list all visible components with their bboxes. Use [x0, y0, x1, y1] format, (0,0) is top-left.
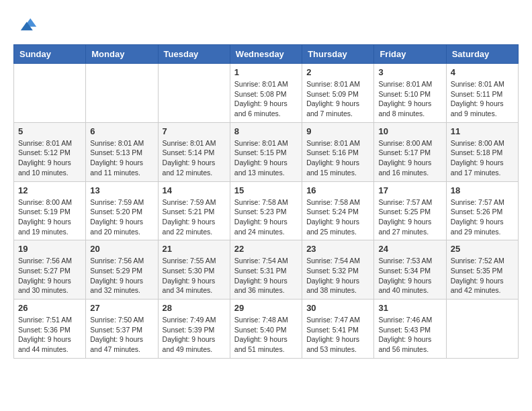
calendar-week-row: 19Sunrise: 7:56 AM Sunset: 5:27 PM Dayli… — [14, 240, 519, 300]
day-number: 17 — [378, 185, 441, 195]
logo — [13, 13, 42, 38]
calendar-cell: 19Sunrise: 7:56 AM Sunset: 5:27 PM Dayli… — [14, 240, 86, 300]
day-header-sunday: Sunday — [14, 45, 86, 64]
calendar-week-row: 1Sunrise: 8:01 AM Sunset: 5:08 PM Daylig… — [14, 64, 519, 123]
calendar-cell: 3Sunrise: 8:01 AM Sunset: 5:10 PM Daylig… — [374, 64, 446, 123]
day-number: 1 — [234, 67, 298, 77]
calendar-cell: 27Sunrise: 7:50 AM Sunset: 5:37 PM Dayli… — [86, 300, 158, 359]
calendar-cell: 4Sunrise: 8:01 AM Sunset: 5:11 PM Daylig… — [446, 64, 518, 123]
calendar-cell: 18Sunrise: 7:57 AM Sunset: 5:26 PM Dayli… — [446, 181, 518, 240]
calendar-week-row: 12Sunrise: 8:00 AM Sunset: 5:19 PM Dayli… — [14, 181, 519, 240]
calendar-cell: 13Sunrise: 7:59 AM Sunset: 5:20 PM Dayli… — [86, 181, 158, 240]
day-number: 21 — [163, 244, 226, 254]
calendar-cell: 12Sunrise: 8:00 AM Sunset: 5:19 PM Dayli… — [14, 181, 86, 240]
day-info: Sunrise: 7:58 AM Sunset: 5:24 PM Dayligh… — [306, 197, 369, 237]
calendar-cell: 6Sunrise: 8:01 AM Sunset: 5:13 PM Daylig… — [86, 122, 158, 181]
day-header-thursday: Thursday — [302, 45, 374, 64]
day-info: Sunrise: 8:01 AM Sunset: 5:12 PM Dayligh… — [18, 138, 81, 178]
day-number: 18 — [451, 185, 514, 195]
day-number: 13 — [90, 185, 153, 195]
day-info: Sunrise: 8:01 AM Sunset: 5:10 PM Dayligh… — [378, 79, 441, 119]
day-info: Sunrise: 8:01 AM Sunset: 5:13 PM Dayligh… — [90, 138, 153, 178]
calendar-cell: 5Sunrise: 8:01 AM Sunset: 5:12 PM Daylig… — [14, 122, 86, 181]
day-number: 9 — [306, 126, 369, 136]
day-number: 10 — [378, 126, 441, 136]
day-number: 4 — [451, 67, 514, 77]
day-number: 3 — [378, 67, 441, 77]
calendar-cell: 9Sunrise: 8:01 AM Sunset: 5:16 PM Daylig… — [302, 122, 374, 181]
day-number: 20 — [90, 244, 153, 254]
day-info: Sunrise: 7:48 AM Sunset: 5:40 PM Dayligh… — [234, 315, 298, 355]
day-info: Sunrise: 8:01 AM Sunset: 5:16 PM Dayligh… — [306, 138, 369, 178]
page-header — [13, 13, 519, 38]
day-header-tuesday: Tuesday — [158, 45, 230, 64]
calendar-week-row: 26Sunrise: 7:51 AM Sunset: 5:36 PM Dayli… — [14, 300, 519, 359]
day-info: Sunrise: 8:01 AM Sunset: 5:11 PM Dayligh… — [451, 79, 514, 119]
day-info: Sunrise: 7:56 AM Sunset: 5:27 PM Dayligh… — [18, 256, 81, 295]
calendar-cell: 21Sunrise: 7:55 AM Sunset: 5:30 PM Dayli… — [158, 240, 230, 300]
day-number: 27 — [90, 303, 153, 313]
day-number: 23 — [306, 244, 369, 254]
day-header-wednesday: Wednesday — [230, 45, 302, 64]
calendar-cell: 16Sunrise: 7:58 AM Sunset: 5:24 PM Dayli… — [302, 181, 374, 240]
day-info: Sunrise: 7:57 AM Sunset: 5:26 PM Dayligh… — [451, 197, 514, 237]
calendar-cell: 23Sunrise: 7:54 AM Sunset: 5:32 PM Dayli… — [302, 240, 374, 300]
calendar-cell: 25Sunrise: 7:52 AM Sunset: 5:35 PM Dayli… — [446, 240, 518, 300]
calendar-cell: 7Sunrise: 8:01 AM Sunset: 5:14 PM Daylig… — [158, 122, 230, 181]
day-info: Sunrise: 7:59 AM Sunset: 5:21 PM Dayligh… — [163, 197, 226, 237]
calendar-cell: 28Sunrise: 7:49 AM Sunset: 5:39 PM Dayli… — [158, 300, 230, 359]
calendar-cell: 1Sunrise: 8:01 AM Sunset: 5:08 PM Daylig… — [230, 64, 302, 123]
calendar-week-row: 5Sunrise: 8:01 AM Sunset: 5:12 PM Daylig… — [14, 122, 519, 181]
calendar-cell: 31Sunrise: 7:46 AM Sunset: 5:43 PM Dayli… — [374, 300, 446, 359]
day-info: Sunrise: 7:58 AM Sunset: 5:23 PM Dayligh… — [234, 197, 298, 237]
day-number: 8 — [234, 126, 298, 136]
day-info: Sunrise: 7:56 AM Sunset: 5:29 PM Dayligh… — [90, 256, 153, 295]
calendar-cell: 22Sunrise: 7:54 AM Sunset: 5:31 PM Dayli… — [230, 240, 302, 300]
day-number: 5 — [18, 126, 81, 136]
day-info: Sunrise: 8:01 AM Sunset: 5:08 PM Dayligh… — [234, 79, 298, 119]
calendar-cell — [86, 64, 158, 123]
day-number: 14 — [163, 185, 226, 195]
calendar-cell: 11Sunrise: 8:00 AM Sunset: 5:18 PM Dayli… — [446, 122, 518, 181]
calendar-cell: 15Sunrise: 7:58 AM Sunset: 5:23 PM Dayli… — [230, 181, 302, 240]
day-info: Sunrise: 7:50 AM Sunset: 5:37 PM Dayligh… — [90, 315, 153, 355]
calendar-cell: 26Sunrise: 7:51 AM Sunset: 5:36 PM Dayli… — [14, 300, 86, 359]
calendar-cell: 29Sunrise: 7:48 AM Sunset: 5:40 PM Dayli… — [230, 300, 302, 359]
day-info: Sunrise: 7:57 AM Sunset: 5:25 PM Dayligh… — [378, 197, 441, 237]
calendar-header-row: SundayMondayTuesdayWednesdayThursdayFrid… — [14, 45, 519, 64]
day-number: 16 — [306, 185, 369, 195]
day-header-monday: Monday — [86, 45, 158, 64]
calendar-cell: 30Sunrise: 7:47 AM Sunset: 5:41 PM Dayli… — [302, 300, 374, 359]
calendar-cell: 14Sunrise: 7:59 AM Sunset: 5:21 PM Dayli… — [158, 181, 230, 240]
day-info: Sunrise: 8:01 AM Sunset: 5:09 PM Dayligh… — [306, 79, 369, 119]
calendar-cell: 17Sunrise: 7:57 AM Sunset: 5:25 PM Dayli… — [374, 181, 446, 240]
day-info: Sunrise: 7:54 AM Sunset: 5:31 PM Dayligh… — [234, 256, 298, 295]
calendar-cell: 2Sunrise: 8:01 AM Sunset: 5:09 PM Daylig… — [302, 64, 374, 123]
day-number: 22 — [234, 244, 298, 254]
day-number: 28 — [163, 303, 226, 313]
calendar: SundayMondayTuesdayWednesdayThursdayFrid… — [13, 44, 519, 359]
calendar-cell — [14, 64, 86, 123]
day-info: Sunrise: 8:00 AM Sunset: 5:17 PM Dayligh… — [378, 138, 441, 178]
day-info: Sunrise: 7:59 AM Sunset: 5:20 PM Dayligh… — [90, 197, 153, 237]
day-info: Sunrise: 7:47 AM Sunset: 5:41 PM Dayligh… — [306, 315, 369, 355]
day-number: 15 — [234, 185, 298, 195]
day-info: Sunrise: 7:55 AM Sunset: 5:30 PM Dayligh… — [163, 256, 226, 295]
calendar-cell: 24Sunrise: 7:53 AM Sunset: 5:34 PM Dayli… — [374, 240, 446, 300]
day-number: 2 — [306, 67, 369, 77]
day-number: 29 — [234, 303, 298, 313]
day-number: 25 — [451, 244, 514, 254]
calendar-cell: 8Sunrise: 8:01 AM Sunset: 5:15 PM Daylig… — [230, 122, 302, 181]
day-info: Sunrise: 8:00 AM Sunset: 5:19 PM Dayligh… — [18, 197, 81, 237]
day-number: 11 — [451, 126, 514, 136]
day-number: 30 — [306, 303, 369, 313]
day-number: 6 — [90, 126, 153, 136]
day-info: Sunrise: 7:54 AM Sunset: 5:32 PM Dayligh… — [306, 256, 369, 295]
calendar-cell — [158, 64, 230, 123]
day-number: 24 — [378, 244, 441, 254]
day-info: Sunrise: 7:52 AM Sunset: 5:35 PM Dayligh… — [451, 256, 514, 295]
day-info: Sunrise: 7:46 AM Sunset: 5:43 PM Dayligh… — [378, 315, 441, 355]
day-header-friday: Friday — [374, 45, 446, 64]
day-info: Sunrise: 8:01 AM Sunset: 5:15 PM Dayligh… — [234, 138, 298, 178]
day-info: Sunrise: 7:49 AM Sunset: 5:39 PM Dayligh… — [163, 315, 226, 355]
